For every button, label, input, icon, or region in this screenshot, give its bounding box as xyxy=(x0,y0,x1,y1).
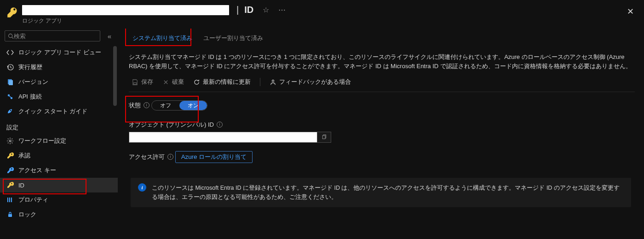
sidebar-item-label: ロジック アプリ コード ビュー xyxy=(18,48,101,57)
feedback-label: フィードバックがある場合 xyxy=(279,78,351,86)
svg-point-0 xyxy=(9,34,12,37)
status-label: 状態 xyxy=(129,101,141,110)
svg-rect-9 xyxy=(7,198,8,202)
svg-point-7 xyxy=(10,110,11,111)
object-id-input[interactable] xyxy=(129,132,317,143)
status-off-option[interactable]: オフ xyxy=(152,101,179,110)
object-id-label: オブジェクト (プリンシパル) ID xyxy=(129,121,214,129)
sidebar-item-label: ロック xyxy=(18,210,36,219)
save-button[interactable]: 保存 xyxy=(129,77,156,87)
sidebar-item-label: アクセス キー xyxy=(18,166,56,175)
tab-user-assigned[interactable]: ユーザー割り当て済み xyxy=(198,30,269,46)
title-separator: | xyxy=(236,5,239,15)
tab-underline xyxy=(128,45,188,46)
sidebar-item-label: クイック スタート ガイド xyxy=(18,107,87,116)
access-keys-icon xyxy=(6,167,14,174)
sidebar-item-label: API 接続 xyxy=(18,93,42,101)
identity-tabs: システム割り当て済み ユーザー割り当て済み xyxy=(127,30,635,46)
quickstart-icon xyxy=(6,108,14,115)
page-header: | ID ☆ ⋯ ロジック アプリ ✕ xyxy=(0,0,644,29)
copy-object-id-button[interactable] xyxy=(317,132,331,143)
svg-rect-4 xyxy=(9,80,13,85)
tab-system-assigned[interactable]: システム割り当て済み xyxy=(127,30,198,46)
svg-rect-11 xyxy=(11,198,12,202)
azure-role-assignments-button[interactable]: Azure ロールの割り当て xyxy=(175,151,253,163)
permissions-field: アクセス許可 i Azure ロールの割り当て xyxy=(129,151,633,164)
sidebar-item-versions[interactable]: バージョン xyxy=(0,75,118,89)
discard-label: 破棄 xyxy=(172,78,184,86)
lock-icon xyxy=(6,211,14,218)
save-label: 保存 xyxy=(141,78,153,86)
history-icon xyxy=(6,64,14,71)
sidebar-item-quickstart[interactable]: クイック スタート ガイド xyxy=(0,104,118,119)
sidebar-item-label: ID xyxy=(18,182,24,189)
svg-rect-13 xyxy=(134,82,137,84)
command-bar: 保存 破棄 最新の情報に更新 フィードバックがある場合 xyxy=(129,74,635,92)
status-field: 状態 i オフ オン xyxy=(129,100,633,112)
sidebar-item-label: 承認 xyxy=(18,152,30,160)
tab-label: ユーザー割り当て済み xyxy=(203,35,263,41)
identity-icon xyxy=(6,181,14,189)
search-input[interactable] xyxy=(14,33,97,40)
svg-point-8 xyxy=(9,140,11,142)
sidebar-item-label: プロパティ xyxy=(18,196,48,204)
svg-line-1 xyxy=(12,37,13,38)
search-icon xyxy=(8,33,14,39)
scrollbar-thumb[interactable] xyxy=(113,46,117,106)
feedback-button[interactable]: フィードバックがある場合 xyxy=(267,77,354,87)
sidebar-item-label: 実行履歴 xyxy=(18,63,42,71)
status-toggle[interactable]: オフ オン xyxy=(151,100,207,111)
status-on-option[interactable]: オン xyxy=(179,101,207,110)
info-icon[interactable]: i xyxy=(167,154,173,160)
feedback-icon xyxy=(270,79,276,86)
sidebar-item-authorization[interactable]: 承認 xyxy=(0,148,118,163)
more-actions-icon[interactable]: ⋯ xyxy=(278,6,286,14)
sidebar-item-locks[interactable]: ロック xyxy=(0,207,118,222)
versions-icon xyxy=(6,78,14,86)
sidebar-item-api-connections[interactable]: API 接続 xyxy=(0,89,118,104)
refresh-icon xyxy=(193,79,200,86)
sidebar-item-code-view[interactable]: ロジック アプリ コード ビュー xyxy=(0,45,118,60)
sidebar-search[interactable] xyxy=(5,30,100,41)
svg-rect-10 xyxy=(9,198,10,202)
discard-button[interactable]: 破棄 xyxy=(160,77,187,87)
refresh-label: 最新の情報に更新 xyxy=(203,78,251,86)
key-icon xyxy=(6,152,14,159)
gear-icon xyxy=(6,137,14,145)
sidebar-item-properties[interactable]: プロパティ xyxy=(0,192,118,207)
object-id-field: オブジェクト (プリンシパル) ID i xyxy=(129,121,633,143)
permissions-button-label: Azure ロールの割り当て xyxy=(181,153,247,161)
toolbar-separator xyxy=(260,78,260,86)
save-icon xyxy=(132,79,138,86)
resource-key-icon xyxy=(6,6,18,18)
info-banner: i このリソースは Microsoft Entra ID に登録されています。マ… xyxy=(131,178,631,207)
sidebar-item-run-history[interactable]: 実行履歴 xyxy=(0,60,118,75)
collapse-sidebar-button[interactable]: « xyxy=(105,32,114,40)
page-title: ID xyxy=(244,5,253,15)
resource-name-redacted xyxy=(22,5,229,15)
sidebar-item-workflow-settings[interactable]: ワークフロー設定 xyxy=(0,134,118,148)
identity-description: システム割り当てマネージド ID は 1 つのリソースにつき 1 つに限定されて… xyxy=(129,52,633,70)
sidebar-item-identity[interactable]: ID xyxy=(0,178,118,192)
close-blade-button[interactable]: ✕ xyxy=(624,5,637,18)
svg-rect-12 xyxy=(8,214,12,217)
info-icon[interactable]: i xyxy=(217,122,223,128)
sidebar-scrollbar[interactable] xyxy=(112,45,118,239)
sidebar: « ロジック アプリ コード ビュー 実行履歴 バージョン API 接続 xyxy=(0,29,118,239)
resource-type-label: ロジック アプリ xyxy=(22,17,286,25)
discard-icon xyxy=(162,79,169,86)
sidebar-item-access-keys[interactable]: アクセス キー xyxy=(0,163,118,178)
tab-label: システム割り当て済み xyxy=(132,35,192,41)
svg-point-14 xyxy=(272,80,274,82)
sidebar-section-settings: 設定 xyxy=(0,119,118,134)
api-icon xyxy=(6,93,14,100)
svg-rect-15 xyxy=(322,135,325,139)
refresh-button[interactable]: 最新の情報に更新 xyxy=(190,77,253,87)
info-icon[interactable]: i xyxy=(144,102,150,108)
info-badge-icon: i xyxy=(138,183,146,192)
properties-icon xyxy=(6,196,14,204)
favorite-star-icon[interactable]: ☆ xyxy=(263,6,269,14)
permissions-label: アクセス許可 xyxy=(129,153,165,161)
sidebar-item-label: バージョン xyxy=(18,78,48,86)
main-content: システム割り当て済み ユーザー割り当て済み システム割り当てマネージド ID は… xyxy=(118,29,644,239)
